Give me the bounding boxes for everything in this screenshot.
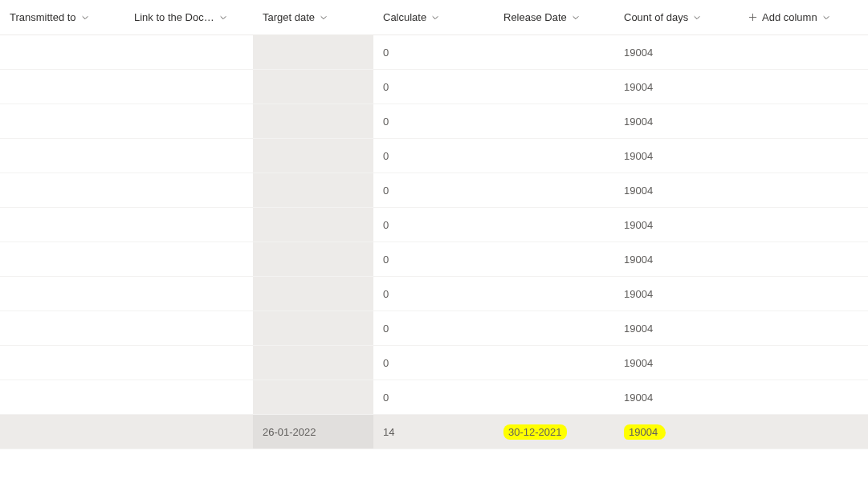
cell-release[interactable]: 30-12-2021 (494, 415, 614, 449)
cell-count[interactable]: 19004 (614, 311, 739, 345)
cell-link[interactable] (124, 208, 253, 242)
cell-calculate[interactable]: 0 (373, 208, 494, 242)
cell-add (739, 104, 868, 138)
cell-count[interactable]: 19004 (614, 104, 739, 138)
cell-transmitted[interactable] (0, 380, 124, 414)
cell-release[interactable] (494, 311, 614, 345)
cell-release[interactable] (494, 104, 614, 138)
cell-count-value: 19004 (624, 219, 653, 231)
cell-link[interactable] (124, 35, 253, 69)
cell-release[interactable] (494, 139, 614, 173)
cell-calculate[interactable]: 0 (373, 380, 494, 414)
cell-count[interactable]: 19004 (614, 70, 739, 104)
cell-link[interactable] (124, 415, 253, 449)
cell-calculate[interactable]: 0 (373, 70, 494, 104)
cell-release[interactable] (494, 346, 614, 380)
cell-count-value: 19004 (624, 392, 653, 404)
cell-link[interactable] (124, 173, 253, 207)
table-row[interactable]: 019004 (0, 380, 868, 415)
table-row[interactable]: 019004 (0, 70, 868, 104)
add-column-button[interactable]: Add column (739, 11, 868, 23)
cell-calculate[interactable]: 0 (373, 311, 494, 345)
column-header-transmitted[interactable]: Transmitted to (0, 11, 124, 23)
table-row[interactable]: 019004 (0, 139, 868, 173)
chevron-down-icon (219, 14, 227, 22)
cell-calculate[interactable]: 0 (373, 242, 494, 276)
cell-target[interactable]: 26-01-2022 (253, 415, 373, 449)
cell-target[interactable] (253, 70, 373, 104)
column-header-release[interactable]: Release Date (494, 11, 614, 23)
cell-release[interactable] (494, 35, 614, 69)
cell-target[interactable] (253, 277, 373, 311)
cell-link[interactable] (124, 380, 253, 414)
cell-calculate[interactable]: 0 (373, 35, 494, 69)
cell-link[interactable] (124, 104, 253, 138)
cell-count-value: 19004 (624, 288, 653, 300)
table-row[interactable]: 019004 (0, 208, 868, 242)
cell-target[interactable] (253, 104, 373, 138)
cell-count-value: 19004 (624, 357, 653, 369)
table-row[interactable]: 019004 (0, 104, 868, 139)
cell-link[interactable] (124, 242, 253, 276)
table-row[interactable]: 019004 (0, 311, 868, 346)
cell-calculate[interactable]: 0 (373, 173, 494, 207)
cell-release[interactable] (494, 208, 614, 242)
cell-transmitted[interactable] (0, 70, 124, 104)
cell-transmitted[interactable] (0, 35, 124, 69)
cell-count[interactable]: 19004 (614, 415, 739, 449)
cell-release[interactable] (494, 173, 614, 207)
cell-count[interactable]: 19004 (614, 346, 739, 380)
cell-target[interactable] (253, 35, 373, 69)
cell-link[interactable] (124, 346, 253, 380)
cell-release[interactable] (494, 70, 614, 104)
cell-calculate[interactable]: 0 (373, 104, 494, 138)
column-header-link[interactable]: Link to the Doc… (124, 11, 253, 23)
cell-target[interactable] (253, 311, 373, 345)
cell-count[interactable]: 19004 (614, 173, 739, 207)
cell-transmitted[interactable] (0, 173, 124, 207)
table-row[interactable]: 019004 (0, 277, 868, 311)
cell-target[interactable] (253, 380, 373, 414)
table-row[interactable]: 019004 (0, 173, 868, 208)
cell-count[interactable]: 19004 (614, 277, 739, 311)
cell-target[interactable] (253, 139, 373, 173)
cell-release[interactable] (494, 380, 614, 414)
cell-count[interactable]: 19004 (614, 380, 739, 414)
cell-transmitted[interactable] (0, 346, 124, 380)
table-row[interactable]: 019004 (0, 242, 868, 277)
cell-transmitted[interactable] (0, 208, 124, 242)
cell-calculate[interactable]: 14 (373, 415, 494, 449)
cell-count[interactable]: 19004 (614, 208, 739, 242)
cell-release[interactable] (494, 242, 614, 276)
cell-transmitted[interactable] (0, 415, 124, 449)
cell-target[interactable] (253, 208, 373, 242)
cell-add (739, 311, 868, 345)
column-header-target[interactable]: Target date (253, 11, 373, 23)
cell-link[interactable] (124, 277, 253, 311)
cell-calculate[interactable]: 0 (373, 139, 494, 173)
cell-release[interactable] (494, 277, 614, 311)
cell-transmitted[interactable] (0, 139, 124, 173)
cell-count[interactable]: 19004 (614, 139, 739, 173)
highlight-marker: 30-12-2021 (503, 424, 567, 440)
table-row[interactable]: 26-01-20221430-12-202119004 (0, 415, 868, 449)
column-header-calculate[interactable]: Calculate (373, 11, 494, 23)
cell-transmitted[interactable] (0, 277, 124, 311)
cell-calculate[interactable]: 0 (373, 346, 494, 380)
cell-calculate[interactable]: 0 (373, 277, 494, 311)
cell-target[interactable] (253, 173, 373, 207)
cell-count-value: 19004 (624, 116, 653, 128)
cell-link[interactable] (124, 311, 253, 345)
cell-target[interactable] (253, 242, 373, 276)
table-row[interactable]: 019004 (0, 346, 868, 380)
cell-transmitted[interactable] (0, 311, 124, 345)
cell-link[interactable] (124, 139, 253, 173)
cell-transmitted[interactable] (0, 242, 124, 276)
column-header-count[interactable]: Count of days (614, 11, 739, 23)
cell-count[interactable]: 19004 (614, 35, 739, 69)
cell-target[interactable] (253, 346, 373, 380)
cell-transmitted[interactable] (0, 104, 124, 138)
cell-link[interactable] (124, 70, 253, 104)
cell-count[interactable]: 19004 (614, 242, 739, 276)
table-row[interactable]: 019004 (0, 35, 868, 70)
